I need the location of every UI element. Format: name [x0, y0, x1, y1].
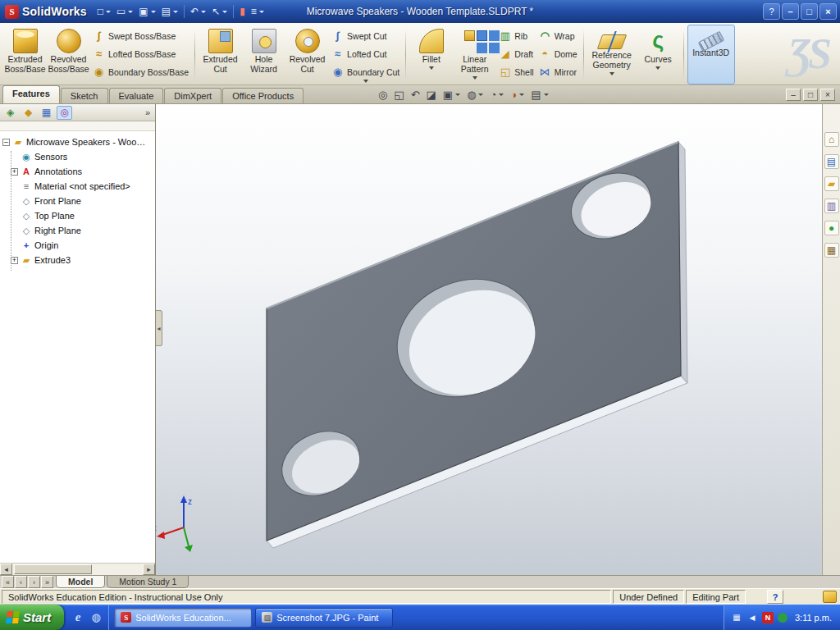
- print-button[interactable]: [159, 2, 180, 21]
- save-button[interactable]: [136, 2, 158, 21]
- section-view-button[interactable]: [424, 87, 439, 102]
- edit-appearance-button[interactable]: [508, 87, 527, 102]
- options-button[interactable]: [249, 2, 267, 21]
- design-library-button[interactable]: [824, 154, 839, 169]
- next-tab-button[interactable]: [28, 576, 40, 588]
- open-document-button[interactable]: [114, 2, 135, 21]
- browser-launcher[interactable]: [89, 610, 103, 625]
- scroll-right-button[interactable]: [143, 564, 155, 575]
- panel-horizontal-scrollbar[interactable]: [0, 563, 155, 575]
- tab-evaluate[interactable]: Evaluate: [109, 88, 164, 103]
- undo-button[interactable]: [188, 2, 208, 21]
- chevron-down-icon[interactable]: [655, 66, 660, 70]
- tree-root-item[interactable]: Microwave Speakers - Wooden Te: [2, 135, 155, 149]
- previous-tab-button[interactable]: [15, 576, 27, 588]
- chevron-down-icon[interactable]: [363, 80, 368, 83]
- document-minimize-button[interactable]: –: [786, 89, 801, 101]
- tree-item-material[interactable]: Material <not specified>: [2, 179, 155, 194]
- tree-item-origin[interactable]: Origin: [2, 238, 155, 253]
- swept-boss-base-button[interactable]: Swept Boss/Base: [90, 29, 191, 43]
- new-document-button[interactable]: [95, 2, 113, 21]
- extruded-boss-base-button[interactable]: Extruded Boss/Base: [3, 25, 47, 84]
- collapse-box-icon[interactable]: [2, 139, 10, 146]
- select-button[interactable]: [209, 2, 230, 21]
- minimize-button[interactable]: [782, 3, 799, 20]
- linear-pattern-button[interactable]: Linear Pattern: [453, 25, 496, 84]
- document-close-button[interactable]: ×: [820, 89, 835, 101]
- close-button[interactable]: [819, 3, 837, 20]
- fillet-button[interactable]: Fillet: [409, 25, 453, 84]
- zoom-to-fit-button[interactable]: [376, 87, 390, 102]
- previous-view-button[interactable]: [409, 87, 422, 102]
- custom-properties-button[interactable]: [824, 243, 839, 258]
- internet-explorer-launcher[interactable]: [71, 610, 85, 625]
- wrap-button[interactable]: Wrap: [536, 29, 580, 43]
- hide-show-items-button[interactable]: [487, 87, 506, 102]
- view-orientation-button[interactable]: [441, 87, 463, 102]
- tab-motion-study-1[interactable]: Motion Study 1: [107, 576, 189, 588]
- revolved-boss-base-button[interactable]: Revolved Boss/Base: [47, 25, 90, 84]
- help-button[interactable]: [763, 3, 780, 20]
- maximize-button[interactable]: [801, 3, 818, 20]
- zoom-to-area-button[interactable]: [391, 87, 406, 102]
- expand-box-icon[interactable]: [11, 168, 18, 176]
- shell-button[interactable]: Shell: [496, 65, 536, 79]
- tab-dimxpert[interactable]: DimXpert: [164, 88, 221, 103]
- tree-item-top-plane[interactable]: Top Plane: [2, 208, 155, 223]
- extruded-cut-button[interactable]: Extruded Cut: [199, 25, 242, 84]
- view-palette-button[interactable]: [824, 199, 839, 213]
- document-restore-button[interactable]: □: [803, 89, 818, 101]
- home-button[interactable]: [824, 132, 839, 147]
- mirror-button[interactable]: Mirror: [536, 65, 580, 79]
- panel-splitter-handle[interactable]: [156, 310, 162, 346]
- scroll-left-button[interactable]: [0, 564, 12, 575]
- rib-button[interactable]: Rib: [496, 29, 536, 43]
- volume-tray-icon[interactable]: [746, 612, 758, 623]
- last-tab-button[interactable]: [41, 576, 53, 588]
- start-button[interactable]: Start: [0, 605, 64, 630]
- scrollbar-thumb[interactable]: [14, 564, 92, 574]
- panel-overflow-chevron[interactable]: [143, 107, 153, 117]
- dome-button[interactable]: Dome: [536, 47, 580, 61]
- draft-button[interactable]: Draft: [496, 47, 536, 61]
- curves-button[interactable]: Curves: [637, 25, 680, 84]
- chevron-down-icon[interactable]: [609, 72, 614, 75]
- tree-item-annotations[interactable]: Annotations: [2, 164, 155, 179]
- appearances-button[interactable]: [824, 221, 839, 235]
- instant3d-button[interactable]: Instant3D: [687, 25, 735, 84]
- lofted-boss-base-button[interactable]: Lofted Boss/Base: [90, 47, 191, 61]
- quick-tips-icon[interactable]: [823, 591, 837, 603]
- security-tray-icon[interactable]: [778, 613, 788, 623]
- boundary-boss-base-button[interactable]: Boundary Boss/Base: [90, 65, 191, 79]
- configurationmanager-tab[interactable]: [39, 106, 54, 120]
- reference-geometry-button[interactable]: Reference Geometry: [587, 25, 637, 84]
- scrollbar-track[interactable]: [12, 564, 143, 575]
- featuremanager-tab[interactable]: [2, 106, 18, 120]
- quick-tips-help-button[interactable]: [767, 590, 783, 604]
- graphics-area[interactable]: z x: [156, 104, 822, 575]
- boundary-cut-button[interactable]: Boundary Cut: [329, 65, 402, 79]
- tree-item-right-plane[interactable]: Right Plane: [2, 223, 155, 238]
- taskbar-item-paint[interactable]: Screenshot 7.JPG - Paint: [255, 608, 393, 628]
- part-3d-view[interactable]: z x: [156, 104, 822, 575]
- first-tab-button[interactable]: [2, 576, 14, 588]
- taskbar-clock[interactable]: 3:11 p.m.: [795, 613, 832, 623]
- tab-model[interactable]: Model: [56, 576, 105, 588]
- tree-item-sensors[interactable]: Sensors: [2, 149, 155, 164]
- tree-item-front-plane[interactable]: Front Plane: [2, 194, 155, 208]
- swept-cut-button[interactable]: Swept Cut: [329, 29, 402, 43]
- apply-scene-button[interactable]: [528, 87, 550, 102]
- tab-sketch[interactable]: Sketch: [61, 88, 108, 103]
- dimxpertmanager-tab[interactable]: [57, 106, 72, 120]
- tab-features[interactable]: Features: [2, 85, 60, 103]
- hole-wizard-button[interactable]: Hole Wizard: [242, 25, 285, 84]
- propertymanager-tab[interactable]: [21, 106, 36, 120]
- revolved-cut-button[interactable]: Revolved Cut: [285, 25, 329, 84]
- expand-box-icon[interactable]: [11, 257, 18, 264]
- chevron-down-icon[interactable]: [472, 76, 477, 80]
- nvidia-tray-icon[interactable]: [762, 612, 774, 623]
- display-style-button[interactable]: [464, 87, 486, 102]
- chevron-down-icon[interactable]: [429, 66, 434, 70]
- taskbar-item-solidworks[interactable]: SolidWorks Education...: [114, 608, 252, 628]
- rebuild-button[interactable]: [237, 2, 248, 21]
